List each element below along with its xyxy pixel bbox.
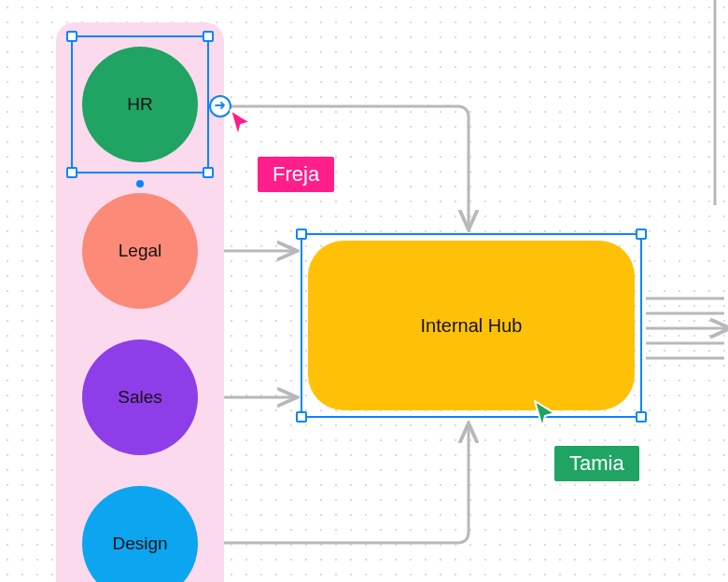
node-label: HR	[127, 94, 152, 115]
node-label: Internal Hub	[421, 315, 523, 337]
collaborator-tag-freja: Freja	[258, 157, 334, 192]
resize-handle[interactable]	[636, 411, 647, 423]
node-hr[interactable]: HR	[82, 47, 198, 162]
cursor-icon	[228, 108, 254, 138]
cursor-icon	[532, 399, 558, 429]
node-legal[interactable]: Legal	[82, 193, 198, 309]
top-handle-dot[interactable]	[136, 180, 144, 187]
cursor-freja	[228, 108, 254, 138]
canvas[interactable]: HR Legal Sales Design Internal Hub	[0, 0, 728, 582]
resize-handle[interactable]	[296, 229, 307, 240]
resize-handle[interactable]	[636, 229, 647, 240]
arrow-right-icon	[215, 99, 226, 114]
resize-handle[interactable]	[296, 411, 307, 423]
node-internal-hub[interactable]: Internal Hub	[308, 241, 635, 410]
cursor-tamia	[532, 399, 558, 429]
node-label: Legal	[119, 241, 162, 261]
node-sales[interactable]: Sales	[82, 340, 198, 455]
node-label: Design	[112, 534, 167, 554]
node-label: Sales	[118, 387, 162, 408]
collaborator-tag-tamia: Tamia	[554, 446, 639, 481]
